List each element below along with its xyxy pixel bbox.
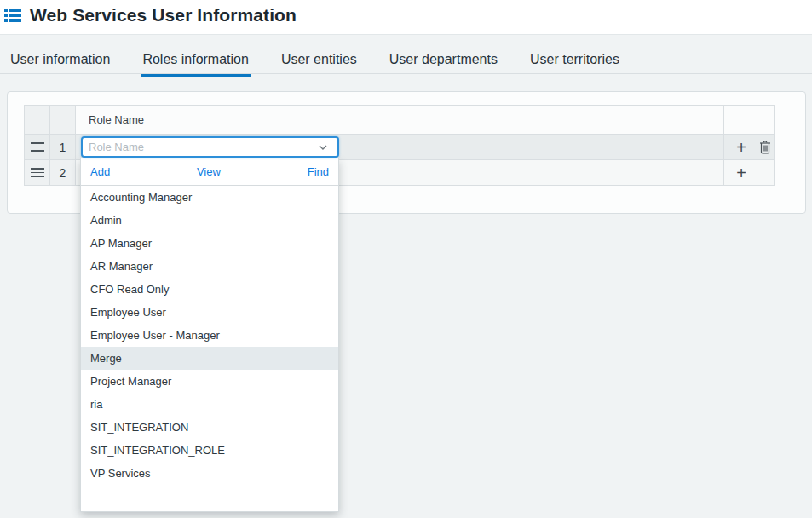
page-header: Web Services User Information (0, 0, 812, 34)
header-cell-actions (724, 106, 774, 134)
row-cell-drag (25, 135, 50, 159)
dropdown-item-ar-manager[interactable]: AR Manager (81, 255, 338, 278)
dropdown-item-ap-manager[interactable]: AP Manager (81, 232, 338, 255)
dropdown-actions: AddViewFind (81, 158, 338, 186)
dropdown-item-admin[interactable]: Admin (81, 209, 338, 232)
add-row-button[interactable]: + (734, 164, 749, 181)
page-title: Web Services User Information (30, 5, 297, 26)
row-number: 2 (50, 160, 76, 185)
drag-handle-icon[interactable] (31, 142, 44, 152)
list-icon (4, 9, 21, 22)
header-cell-role-name: Role Name (76, 106, 724, 134)
tab-roles-information[interactable]: Roles information (141, 50, 251, 77)
dropdown-item-merge[interactable]: Merge (81, 347, 338, 370)
screen: Web Services User Information User infor… (0, 0, 812, 518)
header-cell-drag (25, 106, 50, 134)
list-icon-row (4, 9, 21, 12)
plus-icon: + (736, 140, 746, 155)
chevron-down-icon (319, 145, 327, 150)
row-cell-drag (25, 160, 50, 185)
row-number: 1 (50, 135, 76, 159)
dropdown-item-ria[interactable]: ria (81, 393, 338, 416)
trash-icon (759, 141, 771, 154)
dropdown-item-employee-user[interactable]: Employee User (81, 301, 338, 324)
plus-icon: + (736, 165, 746, 181)
dropdown-item-employee-user-manager[interactable]: Employee User - Manager (81, 324, 338, 347)
role-name-combobox[interactable] (81, 136, 339, 158)
row-cell-actions: + (724, 160, 774, 185)
dropdown-item-project-manager[interactable]: Project Manager (81, 370, 338, 393)
dropdown-link-add[interactable]: Add (90, 165, 110, 178)
dropdown-list: Accounting ManagerAdminAP ManagerAR Mana… (81, 186, 338, 485)
delete-row-button[interactable] (757, 139, 773, 156)
list-icon-row (4, 14, 21, 17)
list-icon-row (4, 19, 21, 22)
tab-user-entities[interactable]: User entities (279, 50, 359, 77)
dropdown-item-cfo-read-only[interactable]: CFO Read Only (81, 278, 338, 301)
dropdown-item-sit-integration[interactable]: SIT_INTEGRATION (81, 416, 338, 439)
drag-handle-icon[interactable] (31, 168, 44, 177)
tab-user-departments[interactable]: User departments (388, 50, 499, 77)
row-cell-actions: + (724, 135, 774, 159)
dropdown-link-view[interactable]: View (197, 165, 221, 178)
tab-bar: User informationRoles informationUser en… (9, 50, 621, 77)
tab-user-territories[interactable]: User territories (528, 50, 621, 77)
dropdown-item-sit-integration-role[interactable]: SIT_INTEGRATION_ROLE (81, 439, 338, 462)
role-dropdown: AddViewFind Accounting ManagerAdminAP Ma… (80, 158, 339, 512)
add-row-button[interactable]: + (734, 139, 749, 156)
role-name-input[interactable] (83, 141, 319, 153)
dropdown-item-accounting-manager[interactable]: Accounting Manager (81, 186, 338, 209)
tab-user-information[interactable]: User information (9, 50, 112, 77)
table-header-row: Role Name (25, 106, 774, 135)
dropdown-link-find[interactable]: Find (308, 165, 329, 178)
dropdown-item-vp-services[interactable]: VP Services (81, 462, 338, 485)
header-cell-number (50, 106, 76, 134)
